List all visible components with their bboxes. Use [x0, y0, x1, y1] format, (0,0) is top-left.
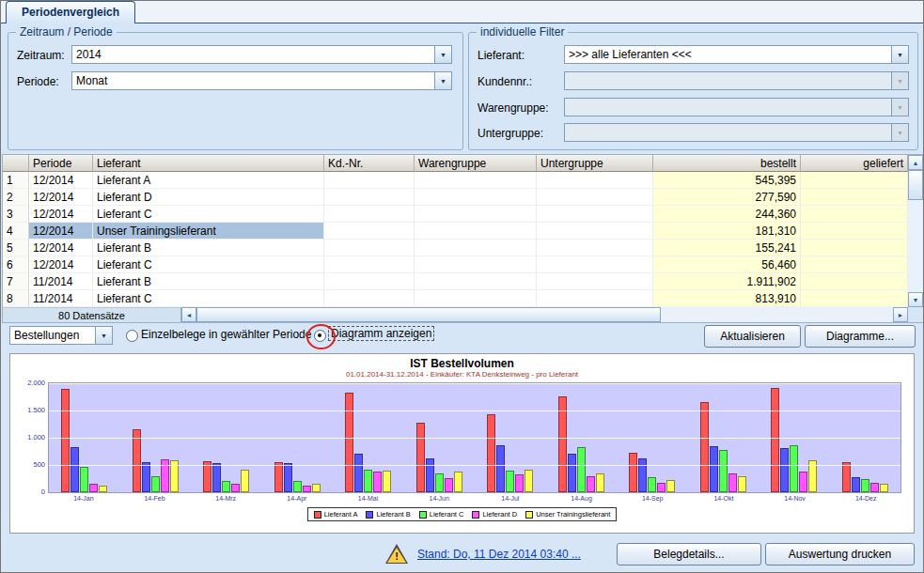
cell-geliefert — [801, 189, 908, 206]
diagramme-button[interactable]: Diagramme... — [805, 325, 916, 348]
scroll-down-button[interactable]: ▼ — [908, 292, 923, 307]
cell-bestellt: 56,460 — [653, 256, 801, 273]
bar — [364, 470, 372, 492]
cell-geliefert — [801, 290, 908, 307]
column-header[interactable]: Lieferant — [93, 155, 324, 172]
bar — [525, 470, 533, 492]
bar — [771, 388, 779, 492]
bar — [445, 478, 453, 492]
bar — [345, 393, 353, 492]
legend-label: Lieferant C — [430, 510, 464, 519]
y-tick-label: 1.000 — [11, 433, 45, 441]
groupbox-title: individuelle Filter — [477, 25, 568, 39]
bar — [383, 471, 391, 492]
chevron-down-icon[interactable]: ▼ — [434, 72, 451, 89]
bar — [638, 458, 647, 492]
scroll-up-icon: ▲ — [913, 160, 919, 166]
radio-einzelbelege[interactable] — [126, 330, 138, 342]
table-row[interactable]: 112/2014Lieferant A545,395 — [3, 172, 908, 189]
radio-diagramm-anzeigen-label[interactable]: Diagramm anzeigen — [329, 327, 433, 340]
auswertung-drucken-button[interactable]: Auswertung drucken — [765, 543, 915, 565]
cell-warengruppe — [415, 240, 537, 256]
stand-link[interactable]: Stand: Do, 11 Dez 2014 03:40 ... — [417, 548, 581, 561]
cell-warengruppe — [415, 223, 537, 240]
bar — [142, 462, 150, 492]
column-header[interactable] — [3, 155, 29, 172]
chevron-down-icon[interactable]: ▼ — [891, 46, 908, 63]
bar — [738, 476, 746, 492]
radio-einzelbelege-label[interactable]: Einzelbelege in gewählter Periode — [141, 328, 311, 341]
cell-untergruppe — [537, 240, 653, 256]
bar — [241, 470, 249, 492]
bar — [577, 447, 586, 492]
warengruppe-value — [565, 99, 891, 116]
bar — [312, 484, 321, 492]
bar — [61, 389, 70, 492]
cell-untergruppe — [537, 189, 653, 206]
cell-untergruppe — [537, 273, 653, 290]
column-header[interactable]: geliefert — [801, 155, 908, 172]
table-row[interactable]: 711/2014Lieferant B1.911,902 — [3, 273, 908, 290]
belegdetails-button[interactable]: Belegdetails... — [617, 543, 761, 565]
aktualisieren-button[interactable]: Aktualisieren — [704, 325, 801, 348]
vertical-scrollbar-thumb[interactable] — [908, 170, 923, 200]
bar — [648, 477, 656, 492]
zeitraum-select[interactable]: 2014 ▼ — [71, 45, 452, 64]
cell-lieferant: Unser Trainingslieferant — [93, 223, 324, 240]
table-row[interactable]: 212/2014Lieferant D277,590 — [3, 189, 908, 206]
view-select[interactable]: Bestellungen ▼ — [9, 326, 113, 345]
table-row[interactable]: 811/2014Lieferant C813,910 — [3, 290, 908, 307]
table-row[interactable]: 312/2014Lieferant C244,360 — [3, 206, 908, 223]
cell-lieferant: Lieferant B — [93, 240, 324, 256]
horizontal-scrollbar-thumb[interactable] — [196, 307, 661, 322]
cell-bestellt: 813,910 — [653, 290, 801, 307]
cell-bestellt: 181,310 — [653, 223, 801, 240]
periode-label: Periode: — [17, 75, 59, 88]
bar — [284, 463, 292, 492]
scroll-left-button[interactable]: ◄ — [181, 307, 196, 322]
x-tick-label: 14-Apr — [261, 495, 333, 502]
scroll-right-button[interactable]: ► — [893, 307, 908, 322]
scroll-up-button[interactable]: ▲ — [908, 155, 923, 170]
cell-kdnr — [324, 256, 415, 273]
table-row[interactable]: 512/2014Lieferant B155,241 — [3, 240, 908, 256]
cell-geliefert — [801, 206, 908, 223]
bar — [293, 481, 302, 492]
bar — [496, 445, 505, 492]
tab-periodenvergleich[interactable]: Periodenvergleich — [6, 1, 135, 23]
chevron-down-icon[interactable]: ▼ — [434, 46, 451, 63]
lieferant-select[interactable]: >>> alle Lieferanten <<< ▼ — [564, 45, 909, 64]
cell-bestellt: 244,360 — [653, 206, 801, 223]
chevron-down-icon: ▼ — [891, 72, 908, 89]
cell-kdnr — [324, 290, 415, 307]
bar — [416, 423, 425, 492]
chevron-down-icon[interactable]: ▼ — [95, 327, 112, 344]
warning-icon: ! — [385, 544, 408, 565]
scroll-left-icon: ◄ — [186, 312, 193, 318]
table-row[interactable]: 612/2014Lieferant C56,460 — [3, 256, 908, 273]
legend-label: Lieferant B — [376, 510, 410, 519]
bar — [870, 483, 879, 492]
table-body: 112/2014Lieferant A545,395212/2014Liefer… — [3, 172, 908, 307]
x-tick-label: 14-Dez — [830, 495, 901, 502]
column-header[interactable]: bestellt — [653, 155, 801, 172]
table-header: PeriodeLieferantKd.-Nr.WarengruppeUnterg… — [3, 155, 908, 172]
column-header[interactable]: Untergruppe — [537, 155, 653, 172]
bar — [99, 486, 107, 492]
bar — [231, 484, 240, 492]
cell-lieferant: Lieferant B — [93, 273, 324, 290]
cell-geliefert — [801, 240, 908, 256]
cell-num: 5 — [3, 240, 29, 256]
scrollbar-corner — [908, 307, 923, 322]
periode-select[interactable]: Monat ▼ — [71, 71, 452, 90]
cell-num: 4 — [3, 223, 29, 240]
cell-kdnr — [324, 273, 415, 290]
cell-warengruppe — [415, 273, 537, 290]
column-header[interactable]: Warengruppe — [415, 155, 537, 172]
annotation-circle — [306, 324, 336, 349]
cell-lieferant: Lieferant C — [93, 290, 324, 307]
column-header[interactable]: Periode — [29, 155, 93, 172]
table-row[interactable]: 412/2014Unser Trainingslieferant181,310 — [3, 223, 908, 240]
y-tick-label: 500 — [11, 460, 45, 469]
column-header[interactable]: Kd.-Nr. — [324, 155, 415, 172]
